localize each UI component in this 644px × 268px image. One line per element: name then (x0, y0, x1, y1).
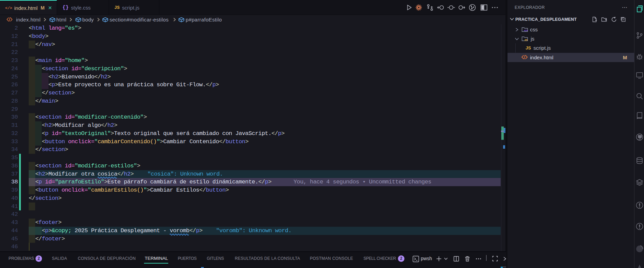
svg-text:</>: </> (524, 29, 528, 32)
svg-text:JS: JS (524, 39, 528, 42)
